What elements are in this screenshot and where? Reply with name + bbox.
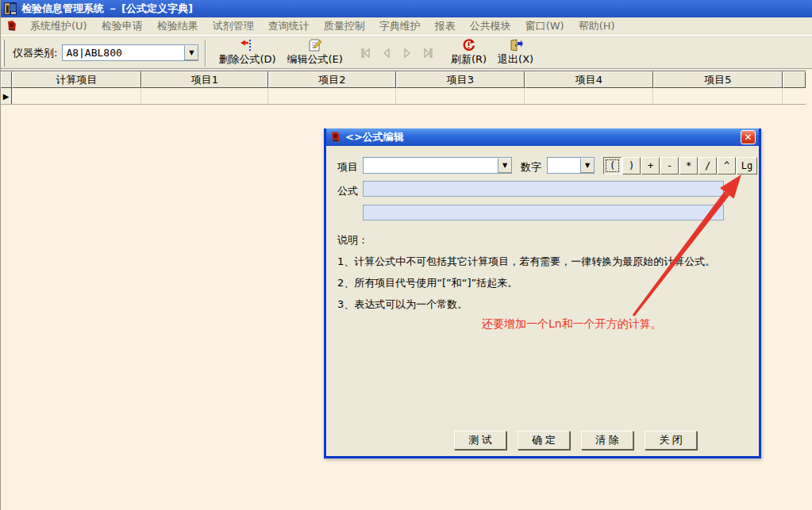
exit-button[interactable]: 退出(X): [492, 37, 539, 69]
cell-item2[interactable]: [268, 88, 396, 104]
cell-item5[interactable]: [653, 88, 783, 104]
dialog-titlebar[interactable]: <>公式编辑 ✕: [326, 128, 759, 146]
note-2: 2、所有项目代号使用“[”和“]”括起来。: [337, 276, 518, 290]
col-header-item3[interactable]: 项目3: [396, 71, 525, 88]
menu-window[interactable]: 窗口(W): [518, 17, 571, 36]
number-select[interactable]: ▼: [547, 157, 595, 174]
number-dropdown-arrow-icon[interactable]: ▼: [580, 158, 594, 173]
menu-quality-control[interactable]: 质量控制: [317, 17, 372, 36]
last-record-icon[interactable]: [421, 47, 434, 59]
next-record-icon[interactable]: [401, 47, 414, 59]
refresh-icon: [462, 39, 475, 52]
note-3: 3、表达式可以为一个常数。: [337, 297, 468, 312]
formula-input-2[interactable]: [363, 205, 724, 220]
refresh-button[interactable]: 刷新(R): [445, 37, 492, 69]
notes-title: 说明：: [337, 233, 368, 247]
dialog-icon: [329, 131, 342, 144]
number-select-value: [548, 158, 580, 173]
menu-dictionary-maintenance[interactable]: 字典维护: [372, 17, 428, 36]
delete-formula-button[interactable]: 删除公式(D): [213, 37, 281, 69]
toolbar-separator: [205, 40, 206, 67]
grid-header-row: 计算项目 项目1 项目2 项目3 项目4 项目5: [1, 71, 806, 88]
first-record-icon[interactable]: [360, 47, 372, 59]
delete-formula-icon: [240, 39, 254, 52]
cell-partial: [783, 88, 806, 104]
child-document-icon: [6, 20, 18, 33]
item-select[interactable]: ▼: [363, 157, 512, 174]
previous-record-icon[interactable]: [380, 47, 393, 59]
item-dropdown-arrow-icon[interactable]: ▼: [498, 158, 511, 173]
window-title: 检验信息管理系统 － [公式定义字典]: [21, 2, 193, 16]
item-label: 项目: [337, 160, 358, 174]
formula-label: 公式: [337, 184, 358, 198]
formula-grid: 计算项目 项目1 项目2 项目3 项目4 项目5 ▶: [1, 71, 806, 105]
instrument-type-label: 仪器类别:: [13, 46, 57, 60]
edit-formula-label: 编辑公式(E): [287, 52, 343, 67]
ok-button[interactable]: 确 定: [518, 431, 570, 450]
clear-button[interactable]: 清 除: [581, 431, 633, 450]
menu-test-request[interactable]: 检验申请: [94, 17, 150, 36]
delete-formula-label: 删除公式(D): [218, 52, 275, 67]
refresh-label: 刷新(R): [451, 52, 487, 67]
col-header-item5[interactable]: 项目5: [653, 71, 783, 88]
op-multiply-button[interactable]: *: [679, 157, 698, 174]
op-lg-button[interactable]: Lg: [737, 157, 757, 174]
edit-formula-icon: [308, 39, 322, 52]
note-1: 1、计算公式中不可包括其它计算项目，若有需要，一律转换为最原始的计算公式。: [337, 255, 715, 269]
menu-reagent-management[interactable]: 试剂管理: [206, 17, 261, 36]
annotation-text: 还要增加一个Ln和一个开方的计算。: [482, 317, 662, 332]
cell-item3[interactable]: [396, 88, 525, 104]
menu-common-modules[interactable]: 公共模块: [463, 17, 518, 36]
toolbar: 仪器类别: A8|ABL800 ▼ 删除公式(D) 编辑公式(E): [1, 36, 812, 70]
edit-formula-button[interactable]: 编辑公式(E): [282, 37, 348, 69]
menubar: 系统维护(U) 检验申请 检验结果 试剂管理 查询统计 质量控制 字典维护 报表…: [1, 17, 812, 36]
instrument-type-value: A8|ABL800: [63, 45, 184, 60]
table-row[interactable]: ▶: [1, 88, 806, 105]
item-select-value: [364, 158, 498, 173]
test-button[interactable]: 测 试: [454, 431, 506, 450]
grid-corner-cell: [1, 71, 12, 88]
instrument-dropdown-arrow-icon[interactable]: ▼: [184, 45, 198, 60]
exit-icon: [509, 39, 523, 52]
op-minus-button[interactable]: -: [660, 157, 679, 174]
op-power-button[interactable]: ^: [718, 157, 736, 174]
menu-system-maintenance[interactable]: 系统维护(U): [23, 17, 94, 36]
menu-reports[interactable]: 报表: [428, 17, 463, 36]
menu-help[interactable]: 帮助(H): [571, 17, 622, 36]
menu-query-statistics[interactable]: 查询统计: [261, 17, 317, 36]
col-header-item2[interactable]: 项目2: [268, 71, 396, 88]
col-header-item1[interactable]: 项目1: [141, 71, 268, 88]
record-navigator: [360, 47, 434, 59]
op-paren-close-button[interactable]: ): [622, 157, 641, 174]
formula-input-1[interactable]: [363, 181, 724, 197]
col-header-partial: [783, 71, 806, 88]
cell-item4[interactable]: [525, 88, 653, 104]
number-label: 数字: [521, 160, 541, 174]
cell-item1[interactable]: [141, 88, 268, 104]
app-icon: [4, 2, 17, 15]
window-titlebar: 检验信息管理系统 － [公式定义字典]: [1, 0, 812, 17]
col-header-item4[interactable]: 项目4: [525, 71, 653, 88]
toolbar-grip[interactable]: [2, 40, 5, 67]
instrument-type-select[interactable]: A8|ABL800 ▼: [62, 44, 198, 61]
col-header-calc-item[interactable]: 计算项目: [12, 71, 141, 88]
op-plus-button[interactable]: +: [641, 157, 660, 174]
menu-test-results[interactable]: 检验结果: [150, 17, 206, 36]
cell-calc-item[interactable]: [12, 88, 141, 104]
formula-edit-dialog: <>公式编辑 ✕ 项目 ▼ 数字 ▼ ( ) + - * / ^ Lg 公式 说…: [324, 128, 761, 458]
op-paren-open-button[interactable]: (: [603, 157, 622, 174]
row-selector-icon: ▶: [1, 88, 12, 104]
dialog-title: <>公式编辑: [345, 130, 737, 144]
op-divide-button[interactable]: /: [698, 157, 717, 174]
exit-label: 退出(X): [498, 52, 533, 67]
close-button[interactable]: 关 闭: [645, 431, 697, 450]
close-icon[interactable]: ✕: [741, 130, 756, 144]
